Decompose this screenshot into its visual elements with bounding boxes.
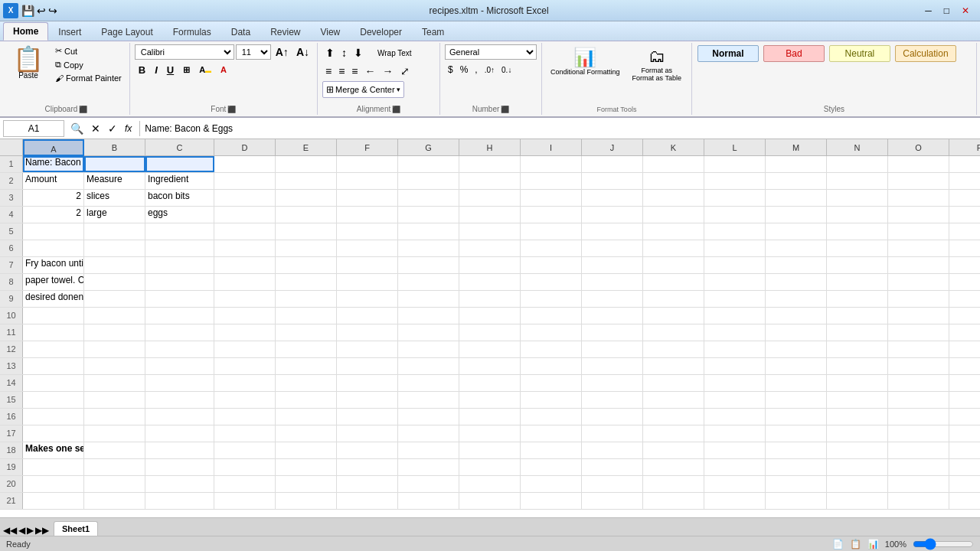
list-item[interactable] [582, 476, 643, 492]
list-item[interactable] [459, 324, 521, 341]
list-item[interactable] [214, 156, 276, 172]
list-item[interactable]: Measure [84, 173, 145, 189]
list-item[interactable] [704, 207, 766, 223]
list-item[interactable] [145, 274, 214, 290]
col-header-p[interactable]: P [949, 139, 980, 156]
list-item[interactable] [521, 291, 582, 307]
list-item[interactable] [398, 358, 459, 374]
list-item[interactable] [214, 257, 276, 273]
list-item[interactable] [398, 425, 459, 442]
list-item[interactable] [704, 442, 766, 458]
list-item[interactable] [766, 442, 827, 458]
col-header-c[interactable]: C [145, 139, 214, 156]
list-item[interactable] [337, 190, 398, 206]
row-number-11[interactable]: 11 [0, 324, 23, 341]
list-item[interactable] [337, 493, 398, 509]
col-header-m[interactable]: M [766, 139, 827, 156]
list-item[interactable] [704, 392, 766, 408]
list-item[interactable] [521, 223, 582, 240]
list-item[interactable] [949, 223, 980, 240]
sheet-nav-next[interactable]: ▶ [27, 525, 34, 536]
sheet-tab-1[interactable]: Sheet1 [54, 521, 98, 536]
align-right-button[interactable]: ≡ [348, 63, 361, 80]
list-item[interactable] [459, 442, 521, 458]
number-format-select[interactable]: General [445, 44, 537, 60]
list-item[interactable] [84, 375, 145, 391]
list-item[interactable] [398, 240, 459, 256]
list-item[interactable] [84, 223, 145, 240]
tab-developer[interactable]: Developer [350, 23, 412, 41]
list-item[interactable] [949, 341, 980, 357]
list-item[interactable] [145, 392, 214, 408]
row-number-16[interactable]: 16 [0, 409, 23, 425]
list-item[interactable] [337, 324, 398, 341]
col-header-j[interactable]: J [582, 139, 643, 156]
list-item[interactable] [827, 392, 888, 408]
list-item[interactable] [582, 190, 643, 206]
list-item[interactable] [827, 291, 888, 307]
list-item[interactable] [84, 459, 145, 475]
fill-color-button[interactable]: A▬ [195, 64, 215, 77]
list-item[interactable] [521, 207, 582, 223]
list-item[interactable] [459, 240, 521, 256]
style-bad[interactable]: Bad [763, 45, 825, 62]
list-item[interactable] [398, 291, 459, 307]
list-item[interactable] [337, 173, 398, 189]
list-item[interactable] [643, 425, 704, 442]
increase-decimal-button[interactable]: .0↑ [482, 62, 498, 77]
list-item[interactable] [949, 493, 980, 509]
increase-indent-button[interactable]: → [380, 63, 397, 80]
list-item[interactable] [459, 257, 521, 273]
list-item[interactable] [145, 341, 214, 357]
list-item[interactable] [643, 341, 704, 357]
list-item[interactable] [214, 173, 276, 189]
list-item[interactable] [949, 207, 980, 223]
merge-center-button[interactable]: ⊞ Merge & Center ▾ [322, 81, 404, 98]
list-item[interactable] [145, 358, 214, 374]
list-item[interactable] [949, 442, 980, 458]
list-item[interactable] [827, 341, 888, 357]
list-item[interactable] [643, 459, 704, 475]
zoom-page-break-view[interactable]: 📊 [867, 539, 879, 549]
list-item[interactable] [888, 291, 949, 307]
list-item[interactable] [704, 409, 766, 425]
list-item[interactable] [214, 190, 276, 206]
underline-button[interactable]: U [163, 63, 178, 78]
row-number-21[interactable]: 21 [0, 493, 23, 509]
list-item[interactable] [643, 493, 704, 509]
bold-button[interactable]: B [135, 63, 149, 78]
row-number-9[interactable]: 9 [0, 291, 23, 307]
zoom-slider[interactable] [913, 539, 974, 549]
list-item[interactable] [23, 459, 84, 475]
list-item[interactable] [766, 173, 827, 189]
list-item[interactable] [23, 358, 84, 374]
list-item[interactable] [949, 156, 980, 172]
format-painter-button[interactable]: 🖌Format Painter [52, 72, 125, 84]
list-item[interactable]: Name: Bacon & Eggs [23, 156, 84, 172]
tab-view[interactable]: View [310, 23, 350, 41]
list-item[interactable] [145, 425, 214, 442]
list-item[interactable] [704, 257, 766, 273]
list-item[interactable] [145, 308, 214, 324]
list-item[interactable] [827, 409, 888, 425]
list-item[interactable] [521, 476, 582, 492]
list-item[interactable] [582, 341, 643, 357]
list-item[interactable] [214, 442, 276, 458]
formula-input[interactable] [145, 123, 977, 134]
list-item[interactable] [398, 409, 459, 425]
cut-button[interactable]: ✂Cut [52, 44, 125, 57]
text-direction-button[interactable]: ⤢ [397, 63, 413, 80]
list-item[interactable] [888, 274, 949, 290]
list-item[interactable] [276, 324, 337, 341]
list-item[interactable] [827, 425, 888, 442]
col-header-k[interactable]: K [643, 139, 704, 156]
list-item[interactable] [949, 274, 980, 290]
format-as-table-button[interactable]: 🗂 Format as Format as Table [627, 44, 687, 84]
list-item[interactable] [84, 308, 145, 324]
list-item[interactable] [643, 240, 704, 256]
zoom-page-view[interactable]: 📋 [850, 539, 861, 549]
list-item[interactable] [276, 341, 337, 357]
list-item[interactable] [521, 425, 582, 442]
list-item[interactable] [459, 493, 521, 509]
row-number-13[interactable]: 13 [0, 358, 23, 374]
